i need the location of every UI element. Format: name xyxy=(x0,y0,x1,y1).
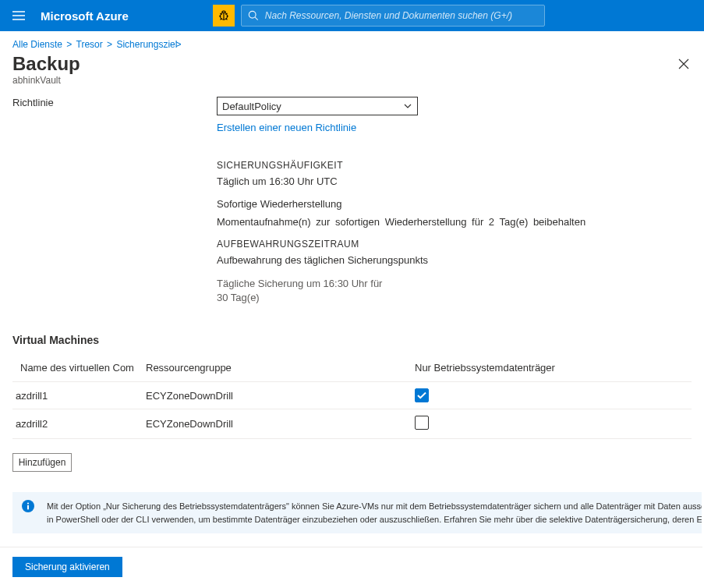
page-title: Backup xyxy=(12,53,80,75)
search-box[interactable] xyxy=(241,5,545,27)
os-only-checkbox[interactable] xyxy=(415,388,429,402)
page-subtitle: abhinkVault xyxy=(0,75,704,97)
svg-point-1 xyxy=(249,11,256,18)
col-os-only: Nur Betriebssystemdatenträger xyxy=(410,354,692,382)
breadcrumb-item[interactable]: Sicherungsziel xyxy=(116,39,177,50)
policy-dropdown-value: DefaultPolicy xyxy=(222,101,281,112)
instant-restore-value: Momentaufnahme(n) zur sofortigen Wiederh… xyxy=(217,216,692,228)
info-bar: Mit der Option „Nur Sicherung des Betrie… xyxy=(12,492,702,533)
bug-icon[interactable] xyxy=(213,5,235,27)
table-row: azdrill1ECYZoneDownDrill xyxy=(12,382,692,409)
close-icon[interactable] xyxy=(676,56,692,72)
footer-bar: Sicherung aktivieren xyxy=(0,547,702,586)
retention-value: Tägliche Sicherung um 16:30 Uhr für 30 T… xyxy=(217,277,396,304)
retention-label: Aufbewahrung des täglichen Sicherungspun… xyxy=(217,254,692,266)
policy-label: Richtlinie xyxy=(12,97,217,133)
col-vm-name: Name des virtuellen Com xyxy=(12,354,141,382)
policy-dropdown[interactable]: DefaultPolicy xyxy=(217,97,418,115)
search-input[interactable] xyxy=(265,10,538,21)
retention-heading: AUFBEWAHRUNGSZEITRAUM xyxy=(217,239,692,250)
cell-rg: ECYZoneDownDrill xyxy=(141,382,410,409)
col-rg: Ressourcengruppe xyxy=(141,354,410,382)
breadcrumb: Alle Dienste > Tresor > Sicherungsziel> xyxy=(0,31,704,53)
vm-section-heading: Virtual Machines xyxy=(0,317,704,354)
cell-vm-name: azdrill1 xyxy=(12,382,141,409)
svg-point-3 xyxy=(27,502,29,504)
info-icon xyxy=(22,500,37,526)
backup-frequency-heading: SICHERUNGSHÄUFIGKEIT xyxy=(217,160,692,171)
search-icon xyxy=(248,10,259,21)
breadcrumb-item[interactable]: Alle Dienste xyxy=(12,39,62,50)
cell-vm-name: azdrill2 xyxy=(12,409,141,439)
enable-backup-button[interactable]: Sicherung aktivieren xyxy=(12,557,122,577)
chevron-down-icon xyxy=(403,101,412,111)
add-button[interactable]: Hinzufügen xyxy=(12,453,72,472)
menu-icon[interactable] xyxy=(0,0,37,31)
instant-restore-label: Sofortige Wiederherstellung xyxy=(217,198,692,210)
cell-rg: ECYZoneDownDrill xyxy=(141,409,410,439)
cell-os-only xyxy=(410,409,692,439)
breadcrumb-item[interactable]: Tresor xyxy=(76,39,103,50)
cell-os-only xyxy=(410,382,692,409)
brand-label: Microsoft Azure xyxy=(37,9,143,23)
backup-frequency-value: Täglich um 16:30 Uhr UTC xyxy=(217,175,692,187)
create-policy-link[interactable]: Erstellen einer neuen Richtlinie xyxy=(217,122,356,133)
vm-table: Name des virtuellen Com Ressourcengruppe… xyxy=(12,354,692,439)
top-bar: Microsoft Azure xyxy=(0,0,704,31)
policy-details: SICHERUNGSHÄUFIGKEIT Täglich um 16:30 Uh… xyxy=(0,133,704,304)
info-text: Mit der Option „Nur Sicherung des Betrie… xyxy=(47,500,702,526)
svg-rect-4 xyxy=(27,505,29,510)
table-row: azdrill2ECYZoneDownDrill xyxy=(12,409,692,439)
os-only-checkbox[interactable] xyxy=(415,416,429,430)
